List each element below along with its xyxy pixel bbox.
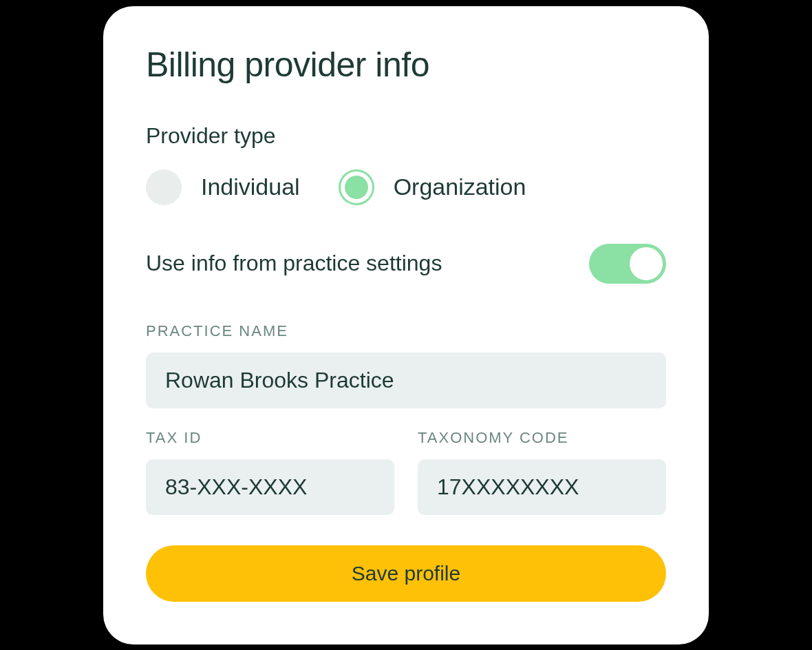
taxonomy-code-group: TAXONOMY CODE: [418, 429, 666, 515]
practice-name-label: PRACTICE NAME: [146, 322, 666, 340]
page-title: Billing provider info: [146, 45, 666, 85]
practice-name-input[interactable]: [146, 353, 666, 408]
tax-id-input[interactable]: [146, 459, 394, 515]
taxonomy-code-label: TAXONOMY CODE: [418, 429, 666, 447]
tax-id-group: TAX ID: [146, 429, 394, 515]
use-practice-settings-toggle[interactable]: [589, 244, 666, 284]
radio-organization[interactable]: Organization: [339, 169, 526, 205]
radio-circle-selected-icon: [339, 169, 374, 205]
practice-name-group: PRACTICE NAME: [146, 322, 666, 408]
toggle-knob: [630, 247, 663, 280]
tax-id-label: TAX ID: [146, 429, 394, 447]
billing-provider-card: Billing provider info Provider type Indi…: [103, 6, 709, 644]
provider-type-radios: Individual Organization: [146, 169, 666, 205]
radio-individual-label: Individual: [201, 174, 300, 200]
radio-individual[interactable]: Individual: [146, 169, 300, 205]
taxonomy-code-input[interactable]: [418, 459, 666, 515]
radio-circle-icon: [146, 169, 182, 205]
use-practice-settings-label: Use info from practice settings: [146, 251, 442, 276]
radio-organization-label: Organization: [394, 174, 526, 200]
save-profile-button[interactable]: Save profile: [146, 545, 666, 602]
use-practice-settings-row: Use info from practice settings: [146, 244, 666, 284]
tax-taxonomy-row: TAX ID TAXONOMY CODE: [146, 429, 666, 515]
provider-type-label: Provider type: [146, 123, 666, 149]
